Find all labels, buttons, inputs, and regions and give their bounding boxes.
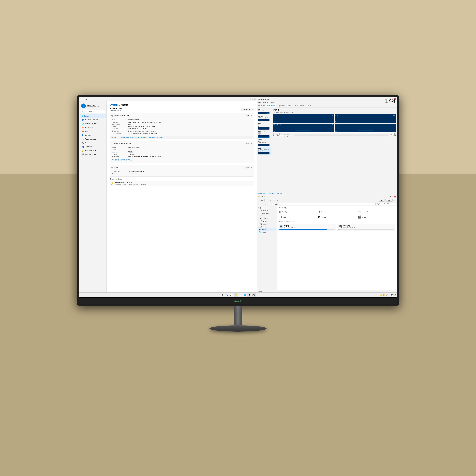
system-protection-link[interactable]: System protection	[135, 137, 146, 138]
settings-user-profile[interactable]: J james core kernnets@yahoo.com	[79, 102, 106, 109]
fe-more-btn[interactable]: ···	[393, 199, 396, 202]
fe-sidebar-downloads[interactable]: ⬇Downloads	[257, 212, 276, 214]
windows-specs-chevron[interactable]: ∧	[251, 142, 252, 144]
windows-specs-copy-btn[interactable]: Copy	[245, 142, 250, 144]
taskbar-notification-icon[interactable]: 🔔	[380, 294, 382, 296]
fe-drive-c[interactable]: 💻 OS (C:) 406 GB free of 475 GB	[278, 224, 336, 231]
fe-folder-desktop[interactable]: 🖥 Desktop	[278, 210, 317, 214]
open-resource-monitor-btn[interactable]: Open Resource Monitor	[268, 193, 283, 194]
fe-address-bar-path[interactable]: › This PC ›	[271, 203, 375, 205]
fe-forward-btn[interactable]: →	[261, 203, 264, 205]
taskbar-settings-btn[interactable]: ⚙	[247, 293, 251, 297]
tm-tab-users[interactable]: Users	[293, 104, 299, 107]
taskbar-search-btn[interactable]: 🔍	[225, 293, 229, 297]
fe-thispc-item[interactable]: 💻This PC	[257, 228, 276, 231]
fe-view-button[interactable]: View ▾	[386, 199, 392, 202]
settings-close-btn[interactable]: ✕	[254, 98, 256, 100]
fe-cut-btn[interactable]: ✂	[266, 199, 269, 202]
tm-tab-processes[interactable]: Processes	[257, 104, 266, 107]
fe-back-btn[interactable]: ←	[258, 203, 261, 205]
taskbar-taskview-btn[interactable]: 💬	[229, 293, 233, 297]
tm-resource-disk1[interactable]: Disk 1 (C:) SSD 0%	[257, 130, 272, 138]
tm-tab-startup[interactable]: Startup	[286, 104, 293, 107]
fe-refresh-btn[interactable]: ↺	[268, 203, 270, 205]
sidebar-item-bluetooth[interactable]: 🔵 Bluetooth & devices	[80, 118, 106, 122]
device-specs-chevron[interactable]: ∧	[251, 115, 252, 116]
fe-maximize-btn[interactable]: □	[392, 196, 393, 197]
fe-new-button[interactable]: ＋ New	[258, 199, 265, 202]
fe-quick-access-header[interactable]: ∨ Quick access	[257, 206, 277, 209]
sidebar-search-input[interactable]	[81, 110, 105, 113]
taskbar-mail-btn[interactable]: 📧	[238, 293, 242, 297]
fe-paste-btn[interactable]: 📋	[273, 199, 276, 202]
fe-close-btn[interactable]: ✕	[394, 196, 396, 197]
fe-sort-button[interactable]: Sort ▾	[379, 199, 385, 202]
fe-sidebar-desktop[interactable]: 🖥Desktop	[257, 209, 276, 212]
fe-network-item[interactable]: 🌐Network	[257, 231, 276, 234]
fe-up-btn[interactable]: ↑	[264, 203, 267, 205]
fe-folder-videos[interactable]: 🎬 Videos	[357, 215, 395, 219]
sidebar-item-time[interactable]: 🕐 Time & language	[80, 137, 106, 141]
taskbar-datetime[interactable]: 10:32 AM 7/26/2022	[389, 293, 396, 297]
tm-options-menu[interactable]: Options	[263, 102, 269, 104]
support-copy-btn[interactable]: Copy	[245, 166, 250, 169]
tm-resource-memory[interactable]: Memory 3.8/15.9 GB (24%)	[257, 115, 272, 122]
fewer-details-btn[interactable]: Fewer details	[258, 193, 266, 194]
taskbar-edge-btn[interactable]: 🌐	[243, 293, 247, 297]
sidebar-item-network[interactable]: 🌐 Network & internet	[80, 122, 106, 126]
tm-resource-disk0[interactable]: Disk 0 (D:) HDD 0%	[257, 122, 272, 130]
tm-resource-wifi[interactable]: Wi-Fi Wi-Fi 5.8 R, 0 Kbps	[257, 138, 272, 147]
fe-sidebar-documents[interactable]: 📄Documents	[257, 214, 276, 217]
settings-minimize-btn[interactable]: ─	[250, 98, 251, 100]
domain-workgroup-link[interactable]: Domain or workgroup	[121, 137, 134, 138]
fe-folder-pictures[interactable]: 🖼 Pictures	[318, 215, 356, 219]
sidebar-item-accounts[interactable]: 👤 Accounts	[80, 133, 106, 137]
fe-minimize-btn[interactable]: ─	[390, 196, 391, 197]
fe-drive-d[interactable]: 💾 DATA (D:) 931 GB free of 931 GB	[337, 224, 395, 231]
system-breadcrumb[interactable]: System	[110, 103, 118, 106]
sidebar-item-system[interactable]: ⚙ System	[80, 114, 106, 118]
tm-resource-cpu[interactable]: CPU 1% 4.56 GHz	[257, 108, 272, 115]
product-key-item[interactable]: 🔑 Product key and activation Change prod…	[110, 181, 254, 186]
fe-folder-downloads[interactable]: ⬇ Downloads	[318, 210, 356, 214]
sidebar-item-apps[interactable]: 📦 Apps	[80, 130, 106, 133]
taskbar-volume-icon[interactable]: 🔊	[386, 294, 388, 296]
fe-toolbar: ＋ New ✂ ⧉ 📋 ✏ Sort ▾	[257, 198, 397, 202]
sidebar-item-personalization[interactable]: 🎨 Personalization	[80, 126, 106, 129]
fe-sidebar-pictures[interactable]: 🖼Pictures	[257, 217, 276, 220]
tm-tab-apphistory[interactable]: App history	[276, 104, 286, 107]
taskbar-gaming-btn[interactable]: 🎮	[252, 293, 255, 297]
sidebar-item-gaming[interactable]: 🎮 Gaming	[80, 141, 106, 145]
rename-pc-button[interactable]: Rename this PC	[241, 108, 254, 111]
fe-folder-music[interactable]: 🎵 Music	[278, 215, 317, 219]
settings-maximize-btn[interactable]: □	[252, 98, 254, 100]
tm-file-menu[interactable]: File	[258, 102, 261, 104]
device-specs-copy-btn[interactable]: Copy	[245, 114, 250, 117]
ms-agreement-link[interactable]: Microsoft Services Agreement	[112, 158, 252, 160]
sidebar-item-privacy[interactable]: 🔒 Privacy & security	[80, 149, 106, 153]
fe-sidebar-videos[interactable]: 🎬Videos	[257, 223, 276, 225]
tm-view-menu[interactable]: View	[270, 102, 275, 104]
about-breadcrumb: About	[120, 103, 128, 106]
fe-folder-documents[interactable]: 📄 Documents	[357, 210, 395, 214]
fe-copy-btn[interactable]: ⧉	[270, 199, 272, 202]
product-key-chevron[interactable]: ›	[252, 183, 252, 185]
advanced-system-link[interactable]: Advanced system settings	[148, 137, 164, 138]
settings-sidebar: J james core kernnets@yahoo.com 🔍	[79, 101, 107, 292]
tm-tab-details[interactable]: Details	[299, 104, 306, 107]
tm-resource-gpu[interactable]: GPU 0 NVIDIA GeForce R... 0% (45°C)	[257, 147, 272, 155]
taskbar-start-btn[interactable]: ⊞	[221, 293, 224, 297]
fe-onedrive-header[interactable]: › ☁ OneDrive	[257, 226, 277, 228]
tm-tab-performance[interactable]: Performance	[266, 104, 276, 107]
sidebar-item-accessibility[interactable]: ♿ Accessibility	[80, 145, 106, 149]
sidebar-item-windows-update[interactable]: 🔄 Windows Update	[80, 153, 106, 156]
taskbar-wifi-icon[interactable]: 📶	[383, 294, 385, 296]
taskbar-fileexplorer-btn[interactable]: 📁	[234, 293, 238, 297]
tm-tab-services[interactable]: Services	[306, 104, 313, 107]
ms-license-link[interactable]: Microsoft Software License Terms	[112, 160, 252, 162]
support-chevron[interactable]: ∧	[251, 167, 252, 168]
fe-sidebar-music[interactable]: 🎵Music	[257, 220, 276, 222]
fe-rename-btn[interactable]: ✏	[276, 199, 279, 202]
settings-back-icon[interactable]: ←	[81, 98, 82, 100]
fe-search-box[interactable]: 🔍 Search This PC	[376, 203, 396, 205]
